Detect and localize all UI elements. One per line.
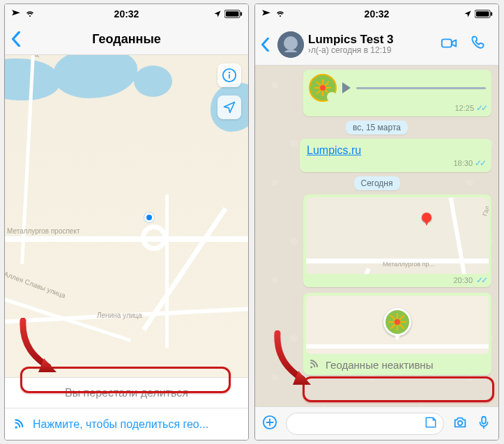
chat-header-title-block[interactable]: Lumpics Test 3 ›л(-а) сегодня в 12:19 — [308, 33, 436, 56]
chat-input-bar — [255, 406, 498, 440]
read-ticks-icon: ✓✓ — [476, 103, 486, 113]
read-ticks-icon: ✓✓ — [476, 275, 486, 285]
chat-nav-bar: Lumpics Test 3 ›л(-а) сегодня в 12:19 — [255, 24, 498, 66]
map-view[interactable]: Ямская ул. Металлургов проспект Аллея Сл… — [5, 55, 248, 377]
svg-point-24 — [395, 319, 401, 326]
svg-rect-30 — [482, 416, 486, 423]
nav-bar: Геоданные — [5, 24, 248, 55]
live-location-thumbnail-map — [306, 296, 489, 354]
wifi-icon — [275, 10, 286, 18]
svg-rect-9 — [491, 12, 492, 16]
current-location-dot — [144, 213, 154, 222]
link-message-bubble[interactable]: Lumpics.ru 18:30✓✓ — [300, 139, 491, 172]
play-icon[interactable] — [342, 82, 351, 93]
chat-messages-area[interactable]: 12:25✓✓ вс, 15 марта Lumpics.ru 18:30✓✓ … — [255, 66, 498, 406]
svg-point-29 — [458, 420, 462, 424]
road-label: Металлургов проспект — [7, 227, 79, 235]
message-time: 18:30 — [453, 159, 473, 167]
status-time: 20:32 — [114, 8, 139, 20]
wifi-icon — [24, 10, 36, 18]
location-services-icon — [213, 10, 222, 18]
live-location-bubble[interactable]: Геоданные неактивны — [303, 293, 491, 375]
svg-rect-5 — [229, 74, 230, 78]
audio-waveform[interactable] — [356, 87, 486, 89]
battery-icon — [475, 10, 493, 18]
back-button[interactable] — [261, 38, 273, 52]
phone-frame-right: 20:32 Lumpics Test 3 ›л(-а) сегодня в 12… — [254, 3, 499, 441]
status-bar: 20:32 — [255, 4, 498, 24]
svg-point-25 — [310, 366, 312, 368]
voice-message-bubble[interactable]: 12:25✓✓ — [303, 70, 491, 116]
live-location-status-text: Геоданные неактивны — [326, 359, 433, 371]
message-time: 20:30 — [453, 276, 473, 284]
location-thumbnail-map: Металлургов пр... Гал... — [306, 197, 489, 274]
svg-rect-2 — [240, 12, 242, 16]
svg-point-6 — [15, 426, 17, 428]
share-location-button[interactable]: Нажмите, чтобы поделиться гео... — [5, 408, 248, 440]
svg-rect-12 — [442, 39, 452, 47]
road-label: Металлургов пр... — [383, 261, 434, 268]
road-label: Ямская ул. — [33, 55, 49, 59]
voice-call-button[interactable] — [469, 34, 487, 55]
microphone-button[interactable] — [476, 415, 491, 433]
status-time: 20:32 — [365, 8, 390, 20]
svg-rect-1 — [226, 11, 239, 16]
camera-button[interactable] — [452, 415, 468, 433]
battery-icon — [224, 10, 243, 18]
map-info-button[interactable] — [217, 63, 241, 87]
live-location-avatar-icon — [383, 308, 411, 336]
live-location-icon — [309, 358, 321, 371]
read-ticks-icon: ✓✓ — [475, 158, 484, 168]
road-label: Аллея Славы улица — [5, 270, 67, 299]
message-input[interactable] — [286, 413, 444, 435]
back-button[interactable] — [9, 29, 23, 49]
phone-frame-left: 20:32 Геоданные Ямская ул. — [4, 3, 249, 441]
location-message-bubble[interactable]: Металлургов пр... Гал... 20:30✓✓ — [303, 194, 491, 287]
voice-avatar-icon — [309, 74, 337, 102]
message-time: 12:25 — [455, 104, 474, 112]
sharing-status-text: Вы перестали делиться — [65, 387, 188, 399]
airplane-mode-icon — [261, 9, 272, 19]
sharing-status-row: Вы перестали делиться — [5, 377, 248, 408]
svg-point-18 — [320, 85, 326, 91]
attach-button[interactable] — [262, 415, 277, 433]
page-title: Геоданные — [92, 32, 161, 47]
link-text[interactable]: Lumpics.ru — [307, 144, 361, 156]
contact-avatar[interactable] — [277, 31, 304, 58]
svg-rect-8 — [476, 11, 489, 16]
share-location-label: Нажмите, чтобы поделиться гео... — [33, 418, 208, 431]
chat-title: Lumpics Test 3 — [308, 33, 436, 47]
chat-subtitle: ›л(-а) сегодня в 12:19 — [308, 46, 436, 55]
status-bar: 20:32 — [5, 4, 248, 24]
location-services-icon — [464, 10, 472, 18]
svg-point-11 — [284, 36, 298, 50]
road-label: Ленина улица — [97, 312, 142, 319]
map-locate-button[interactable] — [217, 95, 241, 119]
date-separator: вс, 15 марта — [346, 121, 408, 135]
video-call-button[interactable] — [440, 34, 458, 55]
svg-point-4 — [229, 72, 230, 73]
location-pin-icon — [422, 213, 432, 222]
sticker-button[interactable] — [424, 415, 438, 432]
date-separator: Сегодня — [354, 176, 400, 190]
airplane-mode-icon — [10, 9, 22, 19]
